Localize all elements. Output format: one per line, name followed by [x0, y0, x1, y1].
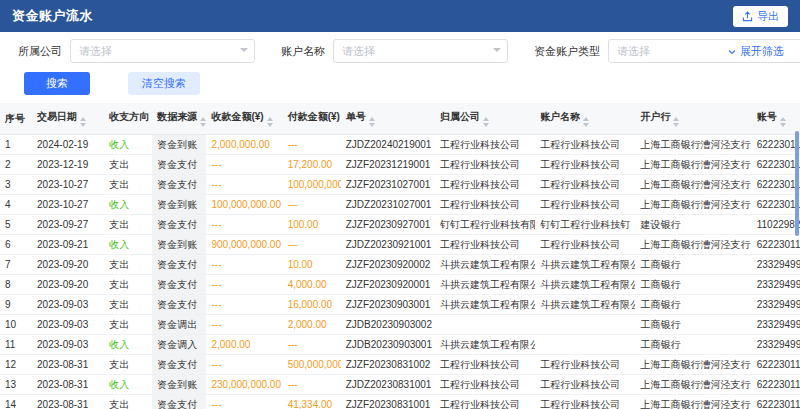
- column-header[interactable]: 收支方向: [104, 103, 152, 135]
- filter-select-input[interactable]: [333, 39, 508, 63]
- cell-source: 资金支付: [152, 215, 206, 235]
- cell-pay: 41,334.00: [283, 395, 341, 409]
- column-header[interactable]: 付款金额(¥): [283, 103, 341, 135]
- cell-account: 工程行业科技公司: [535, 375, 635, 395]
- direction-badge: 支出: [109, 179, 129, 190]
- cell-bank: 工商银行: [635, 275, 751, 295]
- cell-direction: 支出: [104, 155, 152, 175]
- cell-account: [535, 315, 635, 335]
- direction-badge: 支出: [109, 219, 129, 230]
- sort-icon: [80, 117, 86, 127]
- table-row: 92023-09-03支出资金支付---16,000.00ZJZF2023090…: [0, 295, 800, 315]
- cell-order: ZJZF20230920001: [341, 275, 435, 295]
- column-header[interactable]: 账户名称: [535, 103, 635, 135]
- cell-date: 2023-08-31: [32, 375, 104, 395]
- table-row: 102023-09-03支出资金调出---2,000.00ZJDB2023090…: [0, 315, 800, 335]
- cell-company: 斗拱云建筑工程有限公司: [435, 275, 535, 295]
- table-row: 132023-08-31收入资金到账230,000,000.00---ZJDZ2…: [0, 375, 800, 395]
- column-header[interactable]: 数据来源: [152, 103, 206, 135]
- cell-pay: 10.00: [283, 255, 341, 275]
- cell-company: 工程行业科技公司: [435, 395, 535, 409]
- column-header[interactable]: 交易日期: [32, 103, 104, 135]
- sort-icon: [200, 117, 206, 127]
- column-header-label: 交易日期: [37, 111, 77, 122]
- cell-account: 钉钉工程行业科技钉: [535, 215, 635, 235]
- cell-pay: 2,000.00: [283, 315, 341, 335]
- table-row: 52023-09-27支出资金支付---100.00ZJZF2023092700…: [0, 215, 800, 235]
- cell-direction: 支出: [104, 295, 152, 315]
- cell-direction: 支出: [104, 395, 152, 409]
- export-button[interactable]: 导出: [733, 6, 788, 27]
- cell-company: 工程行业科技公司: [435, 375, 535, 395]
- direction-badge: 支出: [109, 159, 129, 170]
- column-header-label: 开户行: [640, 111, 670, 122]
- cell-pay: ---: [283, 375, 341, 395]
- cell-company: 工程行业科技公司: [435, 155, 535, 175]
- cell-bank: 上海工商银行漕河泾支行: [635, 375, 751, 395]
- cell-date: 2023-08-31: [32, 395, 104, 409]
- table-row: 122023-08-31支出资金支付---500,000,000.00ZJZF2…: [0, 355, 800, 375]
- cell-receive: ---: [206, 255, 282, 275]
- filter-group: 账户名称: [281, 39, 508, 63]
- sort-icon: [267, 117, 273, 127]
- cell-bank: 工商银行: [635, 335, 751, 355]
- cell-pay: 16,000.00: [283, 295, 341, 315]
- clear-search-button[interactable]: 清空搜索: [128, 72, 200, 95]
- cell-order: ZJDZ20240219001: [341, 135, 435, 155]
- cell-bank: 上海工商银行漕河泾支行: [635, 175, 751, 195]
- sort-icon: [673, 117, 679, 127]
- cell-direction: 收入: [104, 195, 152, 215]
- cell-company: 斗拱云建筑工程有限公司: [435, 255, 535, 275]
- cell-source: 资金支付: [152, 155, 206, 175]
- cell-bank: 建设银行: [635, 215, 751, 235]
- table-row: 112023-09-03收入资金调入2,000.00---ZJDB2023090…: [0, 335, 800, 355]
- search-button[interactable]: 搜索: [24, 72, 90, 95]
- filter-select-input[interactable]: [70, 39, 255, 63]
- cell-company: 工程行业科技公司: [435, 135, 535, 155]
- sort-icon: [483, 117, 489, 127]
- column-header[interactable]: 账号: [752, 103, 800, 135]
- cell-direction: 收入: [104, 375, 152, 395]
- column-header-label: 收支方向: [109, 111, 149, 122]
- cell-no: 14: [0, 395, 32, 409]
- column-header[interactable]: 收款金额(¥): [206, 103, 282, 135]
- cell-number: 233294999: [752, 315, 800, 335]
- column-header-label: 账户名称: [540, 111, 580, 122]
- cell-receive: 2,000.00: [206, 335, 282, 355]
- cell-pay: 100.00: [283, 215, 341, 235]
- table-row: 32023-10-27支出资金支付---100,000,000.00ZJZF20…: [0, 175, 800, 195]
- cell-direction: 收入: [104, 335, 152, 355]
- direction-badge: 支出: [109, 259, 129, 270]
- column-header[interactable]: 归属公司: [435, 103, 535, 135]
- cell-company: [435, 315, 535, 335]
- cell-pay: ---: [283, 235, 341, 255]
- vertical-scrollbar[interactable]: [795, 131, 799, 236]
- cell-no: 5: [0, 215, 32, 235]
- filter-select[interactable]: [333, 39, 508, 63]
- cell-source: 资金调入: [152, 335, 206, 355]
- cell-source: 资金到账: [152, 135, 206, 155]
- cell-bank: 工商银行: [635, 315, 751, 335]
- cell-date: 2023-08-31: [32, 355, 104, 375]
- cell-date: 2023-09-03: [32, 315, 104, 335]
- cell-no: 9: [0, 295, 32, 315]
- column-header-label: 收款金额(¥): [211, 111, 263, 122]
- cell-account: 工程行业科技公司: [535, 155, 635, 175]
- cell-order: ZJZF20230927001: [341, 215, 435, 235]
- direction-badge: 支出: [109, 319, 129, 330]
- cell-number: 622230111: [752, 355, 800, 375]
- filter-select[interactable]: [70, 39, 255, 63]
- direction-badge: 支出: [109, 299, 129, 310]
- cell-receive: ---: [206, 275, 282, 295]
- cell-receive: 2,000,000.00: [206, 135, 282, 155]
- cell-account: 斗拱云建筑工程有限公司: [535, 275, 635, 295]
- cell-company: 斗拱云建筑工程有限公司: [435, 295, 535, 315]
- column-header[interactable]: 开户行: [635, 103, 751, 135]
- cell-number: 622230111: [752, 395, 800, 409]
- cell-no: 8: [0, 275, 32, 295]
- cell-no: 2: [0, 155, 32, 175]
- column-header[interactable]: 单号: [341, 103, 435, 135]
- expand-filter-link[interactable]: 展开筛选: [727, 44, 784, 59]
- cell-source: 资金到账: [152, 195, 206, 215]
- cell-account: [535, 335, 635, 355]
